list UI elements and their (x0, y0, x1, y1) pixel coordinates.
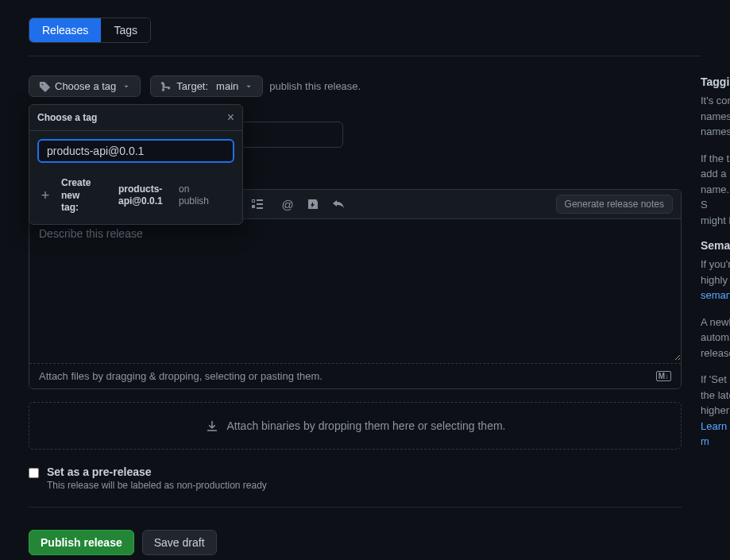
prerelease-desc: This release will be labeled as non-prod… (47, 480, 267, 491)
prerelease-label: Set as a pre-release (47, 465, 267, 478)
prerelease-checkbox[interactable] (29, 468, 39, 478)
divider (29, 507, 682, 508)
sidebar-text: If you'rhighly rsemant (701, 257, 730, 303)
sidebar: Taggin It's connamesnames If the taadd a… (701, 75, 730, 555)
reference-icon[interactable] (306, 197, 320, 211)
attach-bar[interactable]: Attach files by dragging & dropping, sel… (29, 363, 681, 388)
target-label: Target: (176, 80, 208, 92)
attach-text: Attach files by dragging & dropping, sel… (39, 370, 323, 382)
create-tag-option[interactable]: + Create new tag: products- api@0.0.1 on… (29, 171, 242, 224)
semver-link[interactable]: semant (701, 289, 730, 301)
learn-more-link[interactable]: Learn m (701, 420, 727, 448)
choose-tag-button[interactable]: Choose a tag (29, 75, 141, 97)
close-icon[interactable]: × (227, 111, 234, 124)
description-textarea[interactable] (29, 219, 681, 361)
create-tag-name: products- (118, 183, 171, 196)
divider (29, 56, 701, 56)
sidebar-text: If 'Set athe latehigherLearn m (701, 372, 730, 450)
popover-title: Choose a tag (37, 112, 97, 123)
dropzone-text: Attach binaries by dropping them here or… (227, 419, 506, 432)
tag-icon (39, 81, 50, 92)
markdown-icon: M↓ (656, 371, 671, 381)
create-tag-suffix: on (179, 183, 209, 196)
binaries-dropzone[interactable]: Attach binaries by dropping them here or… (29, 402, 682, 450)
tasklist-icon[interactable] (250, 197, 265, 211)
release-tabs: Releases Tags (29, 17, 151, 43)
choose-tag-label: Choose a tag (55, 80, 116, 92)
caret-down-icon (245, 83, 253, 91)
tab-releases[interactable]: Releases (29, 18, 101, 42)
sidebar-text: A newlyautomarelease (701, 315, 730, 361)
tag-search-input[interactable] (37, 139, 234, 163)
plus-icon: + (37, 187, 53, 203)
sidebar-text: It's connamesnames (701, 93, 730, 140)
mention-icon[interactable]: @ (280, 197, 295, 211)
sidebar-heading: Seman (701, 239, 730, 252)
create-tag-text: tag: (61, 202, 110, 214)
tag-popover: Choose a tag × + Create new tag: product… (29, 104, 243, 225)
sidebar-heading: Taggin (701, 75, 730, 88)
download-icon (205, 419, 219, 433)
sidebar-text: If the taadd a pname. Smight b (701, 151, 730, 229)
caret-down-icon (122, 83, 130, 91)
tab-tags[interactable]: Tags (101, 18, 150, 42)
create-tag-name: api@0.0.1 (118, 195, 171, 208)
create-tag-suffix: publish (179, 195, 209, 208)
target-value: main (216, 80, 238, 92)
branch-icon (160, 81, 172, 92)
create-tag-text: Create new (61, 177, 110, 202)
publish-hint: publish this release. (269, 80, 361, 92)
generate-notes-button[interactable]: Generate release notes (556, 195, 673, 214)
publish-release-button[interactable]: Publish release (29, 530, 134, 555)
reply-icon[interactable] (331, 197, 346, 211)
target-button[interactable]: Target: main (150, 75, 263, 97)
save-draft-button[interactable]: Save draft (142, 530, 217, 555)
